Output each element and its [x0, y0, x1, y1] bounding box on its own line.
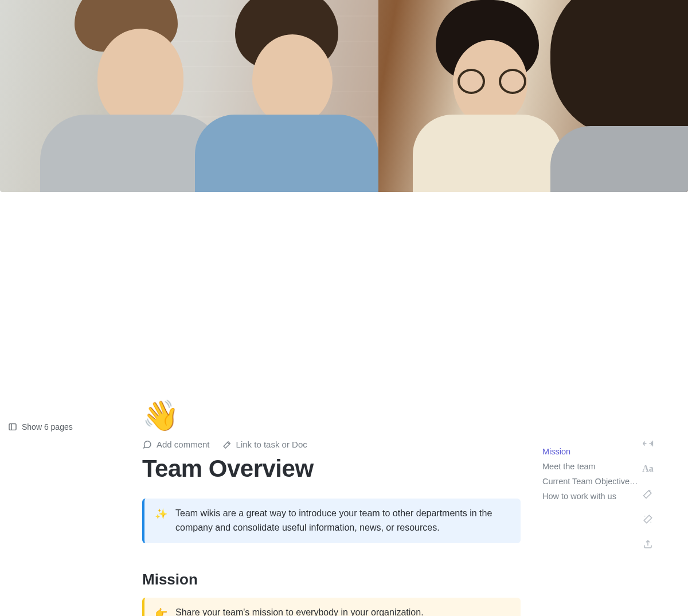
- show-pages-label: Show 6 pages: [22, 422, 73, 431]
- pointing-hand-icon: 👉: [155, 606, 167, 616]
- mission-tip-text: Share your team's mission to everybody i…: [175, 606, 424, 616]
- page-emoji[interactable]: 👋: [142, 401, 179, 430]
- svg-point-4: [651, 522, 652, 523]
- cover-image[interactable]: [0, 0, 688, 192]
- expand-width-button[interactable]: [642, 437, 654, 450]
- sidebar-panel-icon: [8, 422, 17, 431]
- outline-item-meet-the-team[interactable]: Meet the team: [542, 459, 640, 474]
- intro-callout[interactable]: ✨ Team wikis are a great way to introduc…: [142, 499, 521, 543]
- wand-icon: [222, 440, 232, 449]
- typography-button[interactable]: Aa: [642, 462, 654, 475]
- outline-item-current-objectives[interactable]: Current Team Objective…: [542, 474, 640, 489]
- link-to-task-button[interactable]: Link to task or Doc: [222, 440, 307, 449]
- export-button[interactable]: [642, 538, 654, 551]
- svg-point-3: [644, 516, 646, 517]
- intro-callout-text: Team wikis are a great way to introduce …: [175, 507, 510, 535]
- svg-rect-0: [9, 424, 16, 430]
- right-toolbar: Aa: [640, 437, 656, 551]
- outline-item-mission[interactable]: Mission: [542, 444, 640, 459]
- comment-icon: [142, 440, 152, 449]
- ai-wand-button[interactable]: [642, 488, 654, 500]
- show-pages-toggle[interactable]: Show 6 pages: [8, 422, 73, 431]
- add-comment-button[interactable]: Add comment: [142, 440, 210, 449]
- outline-item-how-to-work[interactable]: How to work with us: [542, 489, 640, 504]
- template-button[interactable]: [642, 513, 654, 525]
- page-outline: Mission Meet the team Current Team Objec…: [542, 444, 640, 504]
- page-title[interactable]: Team Overview: [142, 455, 521, 482]
- sparkles-icon: ✨: [155, 507, 167, 535]
- mission-tip-callout[interactable]: 👉 Share your team's mission to everybody…: [142, 598, 521, 616]
- mission-heading[interactable]: Mission: [142, 571, 521, 588]
